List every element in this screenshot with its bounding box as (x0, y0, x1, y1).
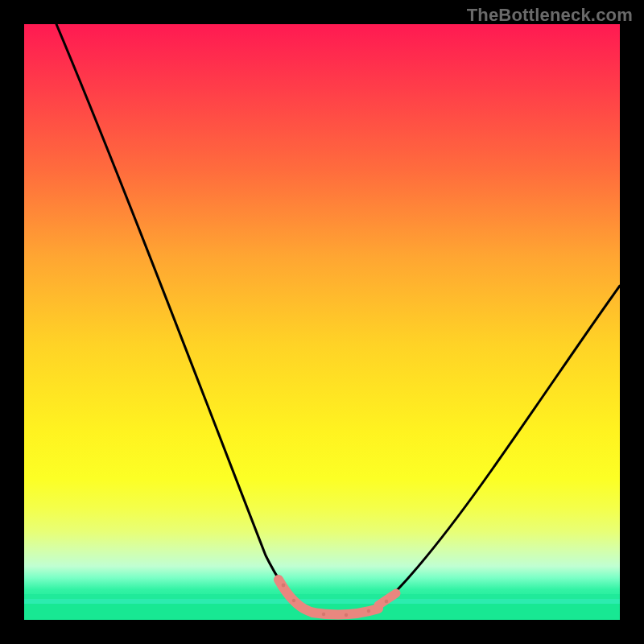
bottleneck-curve (24, 24, 620, 620)
watermark-text: TheBottleneck.com (467, 5, 633, 26)
svg-point-4 (367, 609, 370, 613)
svg-point-1 (292, 599, 295, 602)
svg-point-2 (322, 613, 325, 616)
svg-point-3 (345, 613, 348, 617)
plot-frame (24, 24, 620, 620)
svg-point-5 (385, 600, 389, 604)
curve-path (56, 24, 620, 614)
fit-zone-bump (378, 593, 396, 605)
svg-point-0 (282, 584, 286, 588)
